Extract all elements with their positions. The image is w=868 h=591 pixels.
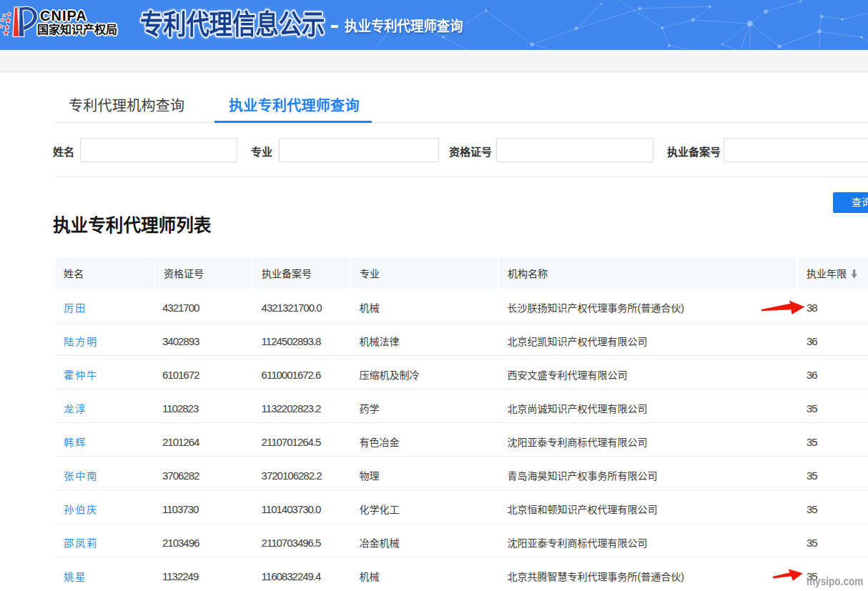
svg-text:专利代理信息公示: 专利代理信息公示 [140,9,325,39]
